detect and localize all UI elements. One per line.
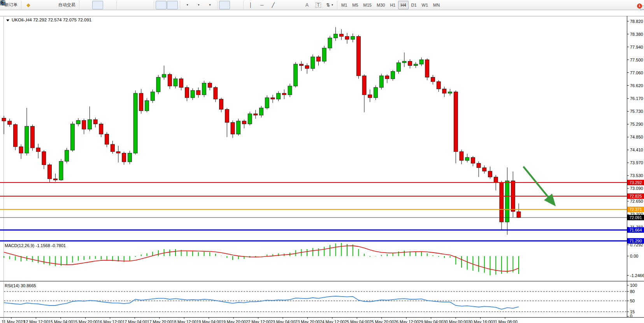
auto-scroll-button[interactable]	[156, 1, 167, 9]
macd-label: MACD(12,26,9) -1.1568 -0.7801	[5, 243, 66, 248]
rsi-tick-label: 0	[630, 314, 632, 318]
timeframe-m30[interactable]: M30	[374, 1, 387, 9]
main-toolbar: 新订单 ◆ 自动交易	[0, 0, 644, 10]
periods-caret-icon: ▾	[198, 3, 199, 7]
rsi-label: RSI(14) 30.8665	[5, 283, 36, 288]
channel-button[interactable]: E	[279, 1, 290, 9]
cursor-button[interactable]	[219, 1, 230, 9]
search-icon[interactable]	[0, 0, 6, 6]
templates-button[interactable]: ▾	[204, 1, 215, 9]
candle	[122, 153, 126, 162]
zoom-in-button[interactable]	[118, 1, 129, 9]
date-tick-label: 22 May 12:00	[246, 319, 271, 323]
date-tick-label: 15 May 04:00	[48, 319, 73, 323]
timeframe-w1[interactable]: W1	[419, 1, 431, 9]
candle	[219, 99, 223, 109]
price-tick-label: 73.970	[630, 160, 643, 165]
candle	[65, 150, 69, 161]
candle	[185, 88, 189, 98]
label-icon: T	[316, 2, 321, 8]
price-tick-label: 75.290	[630, 122, 643, 126]
timeframe-m5[interactable]: M5	[350, 1, 360, 9]
profile-button[interactable]	[34, 1, 45, 9]
zoom-out-button[interactable]	[130, 1, 140, 9]
candle	[356, 37, 360, 76]
timeframe-group: M1 M5 M15 M30 H1 H4 D1 W1 MN	[337, 1, 444, 9]
price-line-label: 72.825	[629, 194, 642, 198]
candle	[111, 144, 114, 152]
horizontal-line-icon: ─	[260, 3, 264, 7]
candle	[328, 38, 332, 48]
candle	[431, 77, 435, 82]
candle	[442, 89, 446, 93]
vertical-line-button[interactable]: │	[245, 1, 256, 9]
timeframe-h4[interactable]: H4	[398, 1, 408, 9]
fibonacci-button[interactable]: F	[290, 1, 301, 9]
candle	[339, 34, 343, 37]
candle	[465, 158, 469, 160]
chart-shift-button[interactable]	[167, 1, 178, 9]
candlestick-chart-button[interactable]	[92, 1, 103, 9]
chart-title: UKOil-,H4 72.292 72.574 72.075 72.091	[12, 18, 91, 22]
text-icon: A	[305, 3, 309, 7]
text-button[interactable]: A	[302, 1, 312, 9]
date-tick-label: 24 May 12:00	[320, 319, 345, 323]
market-watch-button[interactable]: ◆	[23, 1, 34, 9]
candle	[151, 92, 154, 100]
candle	[505, 181, 509, 222]
price-tick-label: 76.170	[630, 96, 643, 101]
periods-button[interactable]: ▾	[193, 1, 204, 9]
candle	[82, 120, 86, 129]
candle	[42, 152, 46, 165]
candle	[156, 77, 160, 92]
candle	[305, 66, 309, 68]
candle	[145, 101, 149, 111]
candle	[116, 152, 120, 153]
price-line-label: 73.292	[629, 180, 642, 185]
autotrading-button[interactable]: 自动交易	[57, 1, 77, 9]
candle	[454, 92, 458, 152]
signals-button[interactable]	[46, 1, 56, 9]
candle	[408, 61, 412, 65]
horizontal-line-button[interactable]: ─	[256, 1, 267, 9]
candle	[265, 98, 269, 108]
crosshair-button[interactable]	[230, 1, 241, 9]
indicators-button[interactable]: ▾	[182, 1, 193, 9]
bar-chart-button[interactable]	[81, 1, 92, 9]
timeframe-h1[interactable]: H1	[388, 1, 398, 9]
date-axis: 11 May 202312 May 12:0015 May 04:0015 Ma…	[2, 317, 518, 323]
timeframe-m15[interactable]: M15	[361, 1, 374, 9]
candle	[500, 182, 504, 222]
line-chart-button[interactable]	[104, 1, 114, 9]
candle	[231, 123, 235, 134]
candle	[25, 126, 29, 153]
timeframe-d1[interactable]: D1	[409, 1, 419, 9]
date-tick-label: 25 May 20:00	[369, 319, 394, 323]
candle	[76, 120, 80, 124]
date-tick-label: 17 May 20:00	[147, 319, 172, 323]
label-button[interactable]: T	[313, 1, 324, 9]
date-tick-label: 29 May 04:00	[419, 319, 444, 323]
candle	[397, 63, 400, 71]
timeframe-m1[interactable]: M1	[339, 1, 349, 9]
tile-windows-button[interactable]	[141, 1, 152, 9]
candle	[48, 165, 52, 179]
candle	[471, 158, 475, 163]
notification-badge: 1	[637, 4, 642, 9]
trendline-button[interactable]: ╱	[268, 1, 279, 9]
timeframe-mn[interactable]: MN	[431, 1, 442, 9]
trendline-icon: ╱	[272, 3, 274, 7]
candle	[374, 88, 378, 98]
macd-tick-label: 0.00	[630, 254, 638, 258]
rsi-tick-label: 50	[630, 298, 635, 303]
vertical-line-icon: │	[249, 3, 252, 7]
candle	[70, 124, 74, 150]
candle	[477, 163, 481, 168]
shapes-button[interactable]: ⇅ ▾	[324, 1, 335, 9]
candle	[368, 95, 372, 98]
price-line-label: 72.371	[629, 207, 642, 212]
date-tick-label: 30 May 00:00	[443, 319, 468, 323]
price-chart-canvas[interactable]: 78.82078.38077.94077.50077.06076.62076.1…	[0, 10, 644, 323]
candle	[214, 88, 218, 99]
price-tick-label: 78.380	[630, 32, 643, 37]
